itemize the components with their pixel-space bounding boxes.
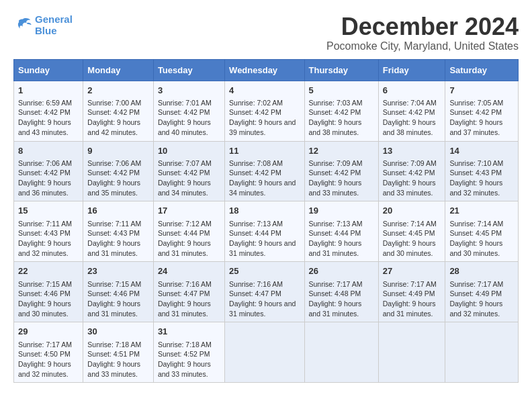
sunrise-text: Sunrise: 7:12 AM xyxy=(158,220,212,228)
logo-bird-icon xyxy=(13,15,32,34)
calendar-cell: 28Sunrise: 7:17 AMSunset: 4:49 PMDayligh… xyxy=(445,262,519,322)
day-number: 9 xyxy=(87,145,149,157)
calendar-cell: 1Sunrise: 6:59 AMSunset: 4:42 PMDaylight… xyxy=(14,81,83,141)
sunset-text: Sunset: 4:42 PM xyxy=(309,108,361,116)
header: General Blue December 2024 Pocomoke City… xyxy=(13,13,519,52)
header-monday: Monday xyxy=(83,59,154,81)
day-number: 12 xyxy=(309,145,374,157)
day-number: 3 xyxy=(158,85,220,97)
calendar-cell: 11Sunrise: 7:08 AMSunset: 4:42 PMDayligh… xyxy=(225,141,304,201)
header-thursday: Thursday xyxy=(304,59,378,81)
sunrise-text: Sunrise: 7:17 AM xyxy=(383,280,437,288)
day-number: 14 xyxy=(449,145,514,157)
sunset-text: Sunset: 4:42 PM xyxy=(158,108,210,116)
daylight-text: Daylight: 9 hours and 31 minutes. xyxy=(87,239,140,257)
daylight-text: Daylight: 9 hours and 37 minutes. xyxy=(449,118,502,136)
sunrise-text: Sunrise: 7:04 AM xyxy=(383,99,437,107)
sunrise-text: Sunrise: 7:09 AM xyxy=(383,159,437,167)
sunrise-text: Sunrise: 7:15 AM xyxy=(18,280,72,288)
sunrise-text: Sunrise: 7:17 AM xyxy=(18,340,72,349)
header-friday: Friday xyxy=(378,59,445,81)
header-wednesday: Wednesday xyxy=(225,59,304,81)
calendar-table: SundayMondayTuesdayWednesdayThursdayFrid… xyxy=(13,59,519,383)
day-number: 17 xyxy=(158,205,220,217)
day-number: 6 xyxy=(383,85,441,97)
calendar-cell: 21Sunrise: 7:14 AMSunset: 4:45 PMDayligh… xyxy=(445,201,519,262)
sunset-text: Sunset: 4:42 PM xyxy=(229,108,281,116)
daylight-text: Daylight: 9 hours and 39 minutes. xyxy=(229,118,296,136)
daylight-text: Daylight: 9 hours and 31 minutes. xyxy=(229,239,296,257)
sunrise-text: Sunrise: 7:06 AM xyxy=(87,159,141,167)
sunrise-text: Sunrise: 6:59 AM xyxy=(18,99,72,107)
calendar-cell: 18Sunrise: 7:13 AMSunset: 4:44 PMDayligh… xyxy=(225,201,304,262)
calendar-cell: 14Sunrise: 7:10 AMSunset: 4:43 PMDayligh… xyxy=(445,141,519,201)
sunset-text: Sunset: 4:43 PM xyxy=(87,229,140,237)
daylight-text: Daylight: 9 hours and 30 minutes. xyxy=(449,239,502,257)
sunset-text: Sunset: 4:46 PM xyxy=(18,289,71,298)
day-number: 1 xyxy=(18,85,79,97)
daylight-text: Daylight: 9 hours and 32 minutes. xyxy=(18,360,71,378)
sunset-text: Sunset: 4:42 PM xyxy=(309,169,361,177)
calendar-cell: 24Sunrise: 7:16 AMSunset: 4:47 PMDayligh… xyxy=(153,262,224,322)
sunset-text: Sunset: 4:49 PM xyxy=(383,289,435,298)
day-number: 15 xyxy=(18,205,79,217)
sunrise-text: Sunrise: 7:00 AM xyxy=(87,99,141,107)
daylight-text: Daylight: 9 hours and 36 minutes. xyxy=(18,179,71,197)
daylight-text: Daylight: 9 hours and 34 minutes. xyxy=(158,179,211,197)
page-title: December 2024 xyxy=(326,13,519,40)
calendar-week-1: 1Sunrise: 6:59 AMSunset: 4:42 PMDaylight… xyxy=(14,81,519,141)
sunrise-text: Sunrise: 7:10 AM xyxy=(449,159,503,167)
sunset-text: Sunset: 4:51 PM xyxy=(87,350,140,358)
calendar-cell: 17Sunrise: 7:12 AMSunset: 4:44 PMDayligh… xyxy=(153,201,224,262)
sunrise-text: Sunrise: 7:11 AM xyxy=(87,220,141,228)
calendar-cell: 3Sunrise: 7:01 AMSunset: 4:42 PMDaylight… xyxy=(153,81,224,141)
daylight-text: Daylight: 9 hours and 31 minutes. xyxy=(229,300,296,318)
calendar-cell xyxy=(304,322,378,383)
sunrise-text: Sunrise: 7:05 AM xyxy=(449,99,503,107)
logo: General Blue xyxy=(13,13,73,36)
sunrise-text: Sunrise: 7:02 AM xyxy=(229,99,283,107)
daylight-text: Daylight: 9 hours and 40 minutes. xyxy=(158,118,211,136)
calendar-cell: 4Sunrise: 7:02 AMSunset: 4:42 PMDaylight… xyxy=(225,81,304,141)
daylight-text: Daylight: 9 hours and 38 minutes. xyxy=(383,118,436,136)
sunset-text: Sunset: 4:45 PM xyxy=(449,229,502,237)
calendar-week-2: 8Sunrise: 7:06 AMSunset: 4:42 PMDaylight… xyxy=(14,141,519,201)
daylight-text: Daylight: 9 hours and 32 minutes. xyxy=(449,179,502,197)
sunset-text: Sunset: 4:43 PM xyxy=(18,229,71,237)
sunset-text: Sunset: 4:42 PM xyxy=(87,108,140,116)
sunrise-text: Sunrise: 7:13 AM xyxy=(309,220,363,228)
title-section: December 2024 Pocomoke City, Maryland, U… xyxy=(326,13,519,52)
day-number: 23 xyxy=(87,265,149,277)
sunset-text: Sunset: 4:47 PM xyxy=(229,289,281,298)
day-number: 20 xyxy=(383,205,441,217)
calendar-cell: 29Sunrise: 7:17 AMSunset: 4:50 PMDayligh… xyxy=(14,322,83,383)
sunset-text: Sunset: 4:42 PM xyxy=(449,108,502,116)
sunrise-text: Sunrise: 7:09 AM xyxy=(309,159,363,167)
sunset-text: Sunset: 4:50 PM xyxy=(18,350,71,358)
calendar-cell: 5Sunrise: 7:03 AMSunset: 4:42 PMDaylight… xyxy=(304,81,378,141)
day-number: 10 xyxy=(158,145,220,157)
daylight-text: Daylight: 9 hours and 31 minutes. xyxy=(87,300,140,318)
calendar-week-3: 15Sunrise: 7:11 AMSunset: 4:43 PMDayligh… xyxy=(14,201,519,262)
day-number: 19 xyxy=(309,205,374,217)
logo-text: General Blue xyxy=(35,13,73,36)
daylight-text: Daylight: 9 hours and 33 minutes. xyxy=(309,179,362,197)
calendar-cell: 23Sunrise: 7:15 AMSunset: 4:46 PMDayligh… xyxy=(83,262,154,322)
header-saturday: Saturday xyxy=(445,59,519,81)
day-number: 27 xyxy=(383,265,441,277)
sunset-text: Sunset: 4:42 PM xyxy=(383,169,435,177)
sunrise-text: Sunrise: 7:15 AM xyxy=(87,280,141,288)
daylight-text: Daylight: 9 hours and 30 minutes. xyxy=(383,239,436,257)
day-number: 30 xyxy=(87,326,149,338)
day-number: 22 xyxy=(18,265,79,277)
sunset-text: Sunset: 4:45 PM xyxy=(383,229,435,237)
sunset-text: Sunset: 4:52 PM xyxy=(158,350,210,358)
daylight-text: Daylight: 9 hours and 31 minutes. xyxy=(309,239,362,257)
calendar-cell: 22Sunrise: 7:15 AMSunset: 4:46 PMDayligh… xyxy=(14,262,83,322)
day-number: 2 xyxy=(87,85,149,97)
calendar-cell: 9Sunrise: 7:06 AMSunset: 4:42 PMDaylight… xyxy=(83,141,154,201)
sunset-text: Sunset: 4:42 PM xyxy=(18,108,71,116)
calendar-cell: 31Sunrise: 7:18 AMSunset: 4:52 PMDayligh… xyxy=(153,322,224,383)
calendar-cell: 2Sunrise: 7:00 AMSunset: 4:42 PMDaylight… xyxy=(83,81,154,141)
calendar-cell: 10Sunrise: 7:07 AMSunset: 4:42 PMDayligh… xyxy=(153,141,224,201)
